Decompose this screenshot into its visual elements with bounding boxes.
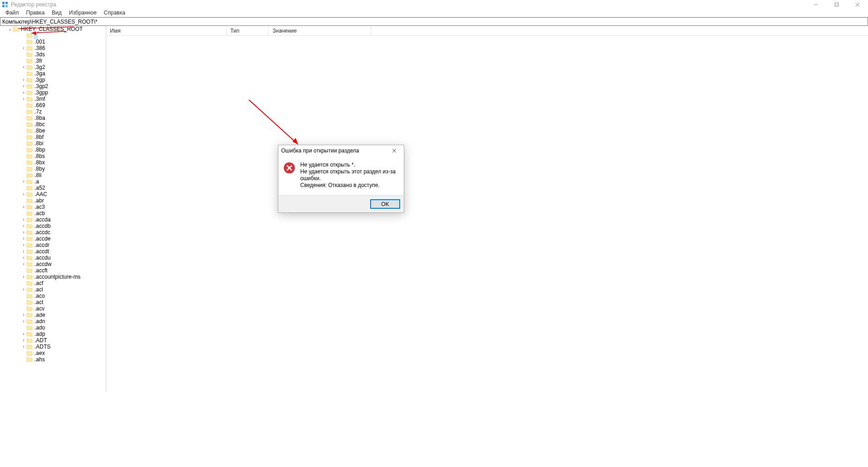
tree-item[interactable]: ›.accdc <box>14 229 106 236</box>
tree-item[interactable]: ›.accda <box>14 216 106 223</box>
tree-item[interactable]: .a52 <box>14 185 106 191</box>
chevron-right-icon[interactable]: › <box>21 337 26 344</box>
tree-item[interactable]: .ahs <box>14 356 106 363</box>
tree-item[interactable]: ›.accde <box>14 236 106 242</box>
tree-item[interactable]: .8bp <box>14 147 106 153</box>
chevron-right-icon[interactable]: › <box>21 83 26 89</box>
folder-icon <box>26 255 33 261</box>
tree-item[interactable]: ›.3gp <box>14 77 106 83</box>
menu-view[interactable]: Вид <box>48 9 65 17</box>
chevron-right-icon[interactable]: › <box>21 331 26 337</box>
chevron-right-icon[interactable]: › <box>21 344 26 350</box>
chevron-right-icon[interactable]: › <box>21 312 26 318</box>
address-input[interactable] <box>0 18 868 25</box>
tree-item[interactable]: ›.3gp2 <box>14 83 106 89</box>
chevron-right-icon[interactable]: › <box>21 242 26 248</box>
column-type[interactable]: Тип <box>227 26 269 35</box>
chevron-right-icon[interactable]: › <box>21 248 26 255</box>
chevron-right-icon[interactable]: › <box>21 96 26 102</box>
list-panel[interactable]: Имя Тип Значение <box>106 26 868 392</box>
tree-item[interactable]: ›.ac3 <box>14 204 106 210</box>
chevron-right-icon[interactable]: › <box>21 261 26 267</box>
chevron-right-icon[interactable]: › <box>21 89 26 96</box>
close-button[interactable] <box>847 0 868 9</box>
chevron-right-icon[interactable]: › <box>21 77 26 83</box>
tree-item[interactable]: .8be <box>14 128 106 134</box>
tree-item[interactable]: .8li <box>14 172 106 178</box>
chevron-right-icon[interactable]: › <box>21 191 26 197</box>
tree-item[interactable]: ›.AAC <box>14 191 106 197</box>
tree-item-label: .3ds <box>34 51 46 58</box>
tree-root-node[interactable]: ⌄ HKEY_CLASSES_ROOT <box>7 26 106 32</box>
dialog-titlebar[interactable]: Ошибка при открытии раздела <box>278 145 404 156</box>
column-name[interactable]: Имя <box>106 26 227 35</box>
tree-panel[interactable]: ⌄ HKEY_CLASSES_ROOT *.001›.386.3ds.3fr›.… <box>0 26 106 392</box>
tree-item[interactable]: ›.accdt <box>14 248 106 255</box>
tree-item[interactable]: .8bx <box>14 159 106 166</box>
tree-item[interactable]: ›.a <box>14 178 106 185</box>
menu-edit[interactable]: Правка <box>23 9 49 17</box>
tree-item[interactable]: .8by <box>14 166 106 172</box>
tree-item[interactable]: .act <box>14 299 106 305</box>
chevron-right-icon[interactable]: › <box>21 216 26 223</box>
tree-item[interactable]: .acv <box>14 305 106 312</box>
tree-item[interactable]: .3ds <box>14 51 106 58</box>
maximize-button[interactable] <box>826 0 847 9</box>
tree-item[interactable]: ›.accdu <box>14 255 106 261</box>
dialog-close-button[interactable] <box>387 146 401 156</box>
tree-item[interactable]: .3ga <box>14 70 106 77</box>
tree-item[interactable]: ›.3mf <box>14 96 106 102</box>
tree-item[interactable]: .ado <box>14 324 106 331</box>
tree-item[interactable]: ›.ADT <box>14 337 106 344</box>
tree-item[interactable]: .abr <box>14 197 106 204</box>
tree-item[interactable]: .acf <box>14 280 106 286</box>
tree-item[interactable]: .8ba <box>14 115 106 121</box>
tree-item[interactable]: .acb <box>14 210 106 216</box>
menu-favorites[interactable]: Избранное <box>65 9 100 17</box>
tree-item[interactable]: ›.3gpp <box>14 89 106 96</box>
tree-item[interactable]: .3fr <box>14 58 106 64</box>
chevron-right-icon[interactable]: › <box>21 223 26 229</box>
tree-item[interactable]: .8bc <box>14 121 106 128</box>
chevron-right-icon[interactable]: › <box>21 45 26 51</box>
ok-button[interactable]: OK <box>370 199 400 209</box>
chevron-right-icon[interactable]: › <box>21 229 26 236</box>
chevron-right-icon[interactable]: › <box>21 64 26 70</box>
tree-item[interactable]: ›.accountpicture-ms <box>14 274 106 280</box>
tree-item-label: .adp <box>34 331 46 337</box>
tree-item[interactable]: ›.accdw <box>14 261 106 267</box>
tree-item[interactable]: ›.adp <box>14 331 106 337</box>
menu-file[interactable]: Файл <box>2 9 23 17</box>
tree-item[interactable]: ›.acl <box>14 286 106 293</box>
chevron-right-icon[interactable]: › <box>21 286 26 293</box>
minimize-button[interactable] <box>805 0 826 9</box>
tree-item[interactable]: .aex <box>14 350 106 356</box>
chevron-right-icon[interactable]: › <box>21 318 26 324</box>
tree-item[interactable]: ›.386 <box>14 45 106 51</box>
tree-item[interactable]: ›.accdb <box>14 223 106 229</box>
column-value[interactable]: Значение <box>269 26 371 35</box>
chevron-right-icon[interactable]: › <box>21 274 26 280</box>
chevron-right-icon[interactable]: › <box>21 236 26 242</box>
tree-item-label: .8ba <box>34 115 46 121</box>
tree-item[interactable]: .8bi <box>14 140 106 147</box>
tree-item[interactable]: ›.accdr <box>14 242 106 248</box>
tree-item[interactable]: ›.ADTS <box>14 344 106 350</box>
chevron-right-icon[interactable]: › <box>21 204 26 210</box>
menu-help[interactable]: Справка <box>100 9 129 17</box>
tree-item[interactable]: .669 <box>14 102 106 108</box>
tree-item[interactable]: .8bs <box>14 153 106 159</box>
tree-item[interactable]: .8bf <box>14 134 106 140</box>
tree-item[interactable]: ›.adn <box>14 318 106 324</box>
tree-item[interactable]: ›.ade <box>14 312 106 318</box>
tree-item[interactable]: .aco <box>14 293 106 299</box>
tree-item[interactable]: .accft <box>14 267 106 274</box>
folder-icon <box>26 198 33 203</box>
tree-item[interactable]: .001 <box>14 39 106 45</box>
tree-item[interactable]: .7z <box>14 108 106 115</box>
tree-item[interactable]: ›.3g2 <box>14 64 106 70</box>
chevron-right-icon[interactable]: › <box>21 178 26 185</box>
chevron-down-icon[interactable]: ⌄ <box>7 26 13 32</box>
chevron-right-icon[interactable]: › <box>21 255 26 261</box>
tree-item[interactable]: * <box>14 32 106 39</box>
